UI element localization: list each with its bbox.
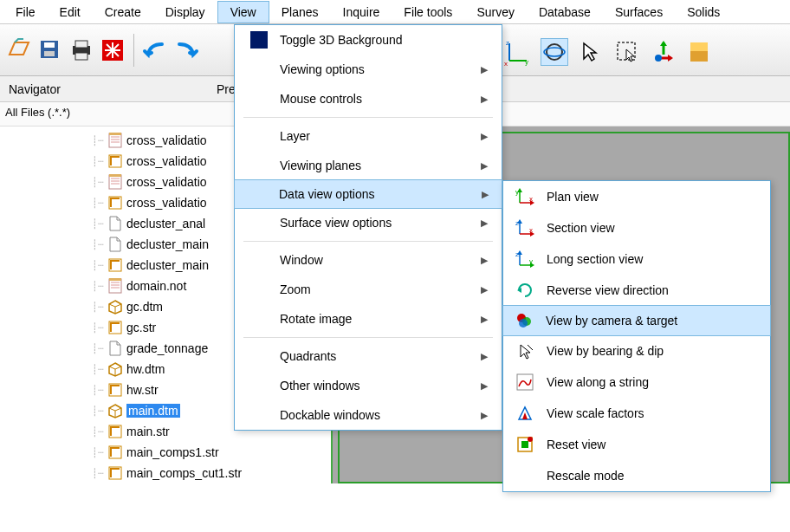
file-type-doc-icon: [107, 341, 123, 356]
submenu-item-long-section-view[interactable]: zyLong section view: [503, 243, 770, 275]
blank-icon: [249, 250, 269, 270]
svg-rect-2: [44, 42, 55, 48]
submenu-item-reverse-view-direction[interactable]: Reverse view direction: [503, 275, 770, 306]
submenu-arrow-icon: ▶: [482, 189, 489, 200]
view-dropdown: Toggle 3D BackgroundViewing options▶Mous…: [234, 24, 502, 431]
menu-separator: [243, 337, 493, 338]
svg-rect-12: [109, 133, 121, 147]
menu-survey[interactable]: Survey: [464, 2, 527, 23]
menu-item-label: Surface view options: [280, 216, 470, 230]
file-name: main_comps_cut1.str: [126, 466, 242, 480]
menu-surfaces[interactable]: Surfaces: [603, 2, 675, 23]
file-name: cross_validatio: [126, 154, 207, 168]
axis-icon[interactable]: zyx: [504, 38, 532, 66]
submenu-item-reset-view[interactable]: Reset view: [503, 429, 770, 460]
blank-icon: [249, 155, 269, 176]
submenu-item-section-view[interactable]: zxSection view: [503, 212, 770, 243]
print-icon[interactable]: [68, 36, 95, 64]
navigator-tab[interactable]: Navigator: [0, 79, 173, 100]
file-type-notes-icon: [107, 133, 123, 148]
svg-line-70: [528, 345, 533, 350]
menu-item-viewing-options[interactable]: Viewing options▶: [235, 55, 502, 84]
bearing-icon: [515, 341, 534, 360]
orbit-icon[interactable]: [541, 38, 568, 66]
menu-file-tools[interactable]: File tools: [392, 2, 464, 23]
move-icon[interactable]: [650, 38, 677, 66]
menu-item-label: Mouse controls: [280, 92, 470, 106]
menu-file[interactable]: File: [3, 2, 48, 23]
menu-item-toggle-3d-background[interactable]: Toggle 3D Background: [235, 25, 502, 55]
menu-item-window[interactable]: Window▶: [235, 245, 502, 275]
svg-rect-47: [250, 31, 268, 49]
submenu-item-label: View scale factors: [547, 406, 644, 420]
menu-display[interactable]: Display: [153, 2, 217, 23]
axis-zx-icon: zx: [515, 218, 534, 237]
blank-icon: [249, 279, 269, 300]
file-item[interactable]: ┊┈main_comps1.str: [5, 442, 329, 463]
save-icon[interactable]: [36, 36, 64, 64]
menu-item-surface-view-options[interactable]: Surface view options▶: [235, 208, 502, 237]
svg-marker-0: [10, 42, 29, 55]
submenu-item-label: Rescale mode: [547, 469, 625, 483]
submenu-arrow-icon: ▶: [481, 255, 488, 266]
submenu-item-label: View along a string: [547, 375, 649, 389]
submenu-arrow-icon: ▶: [481, 94, 488, 105]
menu-database[interactable]: Database: [527, 2, 603, 23]
toolbar-separator: [133, 34, 134, 67]
svg-text:z: z: [515, 250, 519, 258]
menu-create[interactable]: Create: [93, 2, 153, 23]
menu-item-mouse-controls[interactable]: Mouse controls▶: [235, 84, 502, 114]
menu-item-label: Layer: [280, 129, 470, 143]
svg-point-69: [519, 319, 528, 328]
svg-rect-5: [75, 41, 87, 48]
undo-icon[interactable]: [141, 36, 169, 64]
menu-view[interactable]: View: [217, 1, 269, 23]
blank-icon: [249, 405, 269, 425]
file-name: main.str: [126, 425, 170, 438]
svg-rect-25: [109, 279, 121, 293]
menu-item-label: Rotate image: [280, 312, 470, 326]
open-icon[interactable]: [5, 36, 33, 64]
surface-tool-icon[interactable]: [686, 38, 714, 66]
svg-rect-3: [44, 51, 55, 56]
menu-item-label: Zoom: [280, 282, 470, 296]
submenu-arrow-icon: ▶: [481, 410, 488, 421]
menu-item-other-windows[interactable]: Other windows▶: [235, 371, 502, 400]
menu-inquire[interactable]: Inquire: [331, 2, 392, 23]
menu-edit[interactable]: Edit: [48, 2, 93, 23]
menu-item-dockable-windows[interactable]: Dockable windows▶: [235, 400, 502, 430]
menu-solids[interactable]: Solids: [675, 2, 732, 23]
submenu-item-rescale-mode[interactable]: Rescale mode: [503, 460, 770, 491]
file-name: hw.str: [126, 383, 159, 397]
submenu-arrow-icon: ▶: [481, 160, 488, 172]
toolbar-right: zyx: [504, 29, 714, 75]
blank-icon: [515, 466, 534, 485]
cursor-icon[interactable]: [577, 38, 605, 66]
submenu-arrow-icon: ▶: [481, 64, 488, 75]
blank-icon: [249, 375, 269, 396]
submenu-item-plan-view[interactable]: yxPlan view: [503, 181, 770, 212]
svg-text:x: x: [529, 195, 533, 203]
submenu-item-view-scale-factors[interactable]: View scale factors: [503, 398, 770, 429]
select-box-icon[interactable]: [613, 38, 641, 66]
menu-item-quadrants[interactable]: Quadrants▶: [235, 341, 502, 371]
submenu-arrow-icon: ▶: [481, 131, 488, 142]
menu-item-viewing-planes[interactable]: Viewing planes▶: [235, 151, 502, 180]
svg-text:y: y: [525, 58, 528, 66]
menu-item-layer[interactable]: Layer▶: [235, 121, 502, 151]
file-name: decluster_main: [126, 258, 209, 272]
file-item[interactable]: ┊┈main_comps_cut1.str: [5, 463, 329, 483]
redo-icon[interactable]: [172, 36, 200, 64]
submenu-item-view-along-a-string[interactable]: View along a string: [503, 367, 770, 398]
menu-item-rotate-image[interactable]: Rotate image▶: [235, 304, 502, 334]
svg-rect-91: [690, 42, 708, 51]
svg-text:y: y: [515, 188, 519, 196]
submenu-item-view-by-bearing-dip[interactable]: View by bearing & dip: [503, 335, 770, 367]
reset-icon[interactable]: [99, 36, 126, 64]
menu-planes[interactable]: Planes: [269, 2, 331, 23]
menu-item-zoom[interactable]: Zoom▶: [235, 275, 502, 304]
menu-item-data-view-options[interactable]: Data view options▶: [234, 179, 502, 209]
submenu-item-view-by-camera-target[interactable]: View by camera & target: [502, 305, 771, 336]
file-type-notes-icon: [107, 278, 123, 294]
axis-yx-icon: yx: [515, 187, 534, 206]
